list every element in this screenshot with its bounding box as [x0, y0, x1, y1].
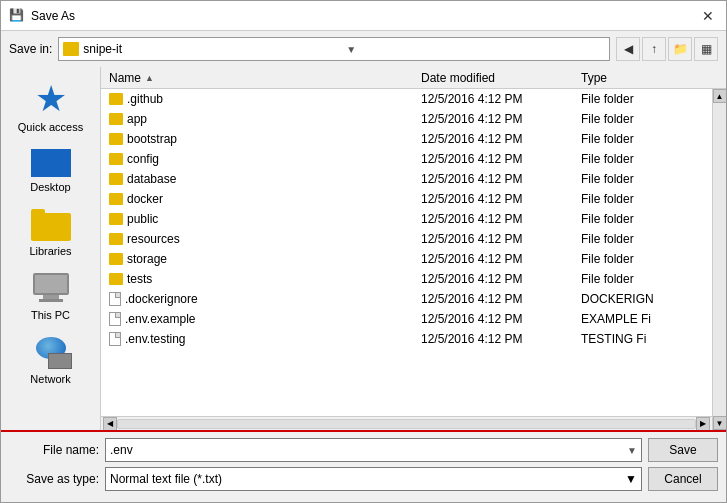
file-date-cell: 12/5/2016 4:12 PM [421, 172, 581, 186]
file-type-cell: TESTING Fi [581, 332, 712, 346]
sidebar-item-label: Desktop [30, 181, 70, 193]
table-row[interactable]: .env.example12/5/2016 4:12 PMEXAMPLE Fi [101, 309, 712, 329]
vscroll-track[interactable] [713, 103, 727, 416]
folder-icon [109, 133, 123, 145]
sidebar-item-network[interactable]: Network [6, 331, 96, 391]
star-icon: ★ [35, 81, 67, 117]
file-type-cell: File folder [581, 92, 712, 106]
sidebar-item-quick-access[interactable]: ★ Quick access [6, 75, 96, 139]
back-button[interactable]: ◀ [616, 37, 640, 61]
view-button[interactable]: ▦ [694, 37, 718, 61]
scroll-down-button[interactable]: ▼ [713, 416, 727, 430]
file-panel: Name ▲ Date modified Type .github12/5/20… [101, 67, 726, 430]
dialog-icon: 💾 [9, 8, 25, 24]
folder-icon [109, 193, 123, 205]
table-row[interactable]: database12/5/2016 4:12 PMFile folder [101, 169, 712, 189]
save-type-value: Normal text file (*.txt) [110, 472, 222, 486]
scroll-up-button[interactable]: ▲ [713, 89, 727, 103]
save-button[interactable]: Save [648, 438, 718, 462]
col-header-date[interactable]: Date modified [421, 71, 581, 85]
bottom-area: File name: .env ▼ Save Save as type: Nor… [1, 430, 726, 502]
file-icon [109, 332, 121, 346]
file-date-cell: 12/5/2016 4:12 PM [421, 232, 581, 246]
table-row[interactable]: docker12/5/2016 4:12 PMFile folder [101, 189, 712, 209]
file-name-cell: docker [101, 192, 421, 206]
horizontal-scrollbar[interactable]: ◀ ▶ [101, 416, 712, 430]
save-type-dropdown[interactable]: Normal text file (*.txt) ▼ [105, 467, 642, 491]
file-name-text: bootstrap [127, 132, 177, 146]
network-icon [30, 337, 72, 369]
file-type-cell: File folder [581, 232, 712, 246]
sidebar-item-label: Libraries [29, 245, 71, 257]
col-header-type[interactable]: Type [581, 71, 726, 85]
save-in-dropdown[interactable]: snipe-it ▼ [58, 37, 610, 61]
sidebar-item-libraries[interactable]: Libraries [6, 203, 96, 263]
cancel-button[interactable]: Cancel [648, 467, 718, 491]
file-name-cell: resources [101, 232, 421, 246]
back-icon: ◀ [624, 42, 633, 56]
sidebar: ★ Quick access Desktop Libraries [1, 67, 101, 430]
input-dropdown-arrow: ▼ [627, 445, 637, 456]
file-name-cell: database [101, 172, 421, 186]
col-header-name[interactable]: Name ▲ [101, 71, 421, 85]
table-row[interactable]: .dockerignore12/5/2016 4:12 PMDOCKERIGN [101, 289, 712, 309]
hscroll-track[interactable] [117, 419, 696, 429]
file-content: .github12/5/2016 4:12 PMFile folderapp12… [101, 89, 712, 430]
scroll-right-button[interactable]: ▶ [696, 417, 710, 431]
file-name-text: .dockerignore [125, 292, 198, 306]
table-row[interactable]: config12/5/2016 4:12 PMFile folder [101, 149, 712, 169]
file-date-cell: 12/5/2016 4:12 PM [421, 252, 581, 266]
folder-icon [109, 173, 123, 185]
table-row[interactable]: .github12/5/2016 4:12 PMFile folder [101, 89, 712, 109]
file-list[interactable]: .github12/5/2016 4:12 PMFile folderapp12… [101, 89, 712, 416]
file-type-cell: File folder [581, 212, 712, 226]
new-folder-icon: 📁 [673, 42, 688, 56]
up-button[interactable]: ↑ [642, 37, 666, 61]
toolbar: Save in: snipe-it ▼ ◀ ↑ 📁 ▦ [1, 31, 726, 67]
sort-arrow: ▲ [145, 73, 154, 83]
sidebar-item-this-pc[interactable]: This PC [6, 267, 96, 327]
folder-icon-small [63, 42, 79, 56]
file-name-input[interactable]: .env ▼ [105, 438, 642, 462]
file-name-cell: app [101, 112, 421, 126]
file-name-cell: .env.testing [101, 332, 421, 346]
file-type-cell: EXAMPLE Fi [581, 312, 712, 326]
file-type-cell: File folder [581, 152, 712, 166]
save-type-row: Save as type: Normal text file (*.txt) ▼… [9, 467, 718, 491]
save-in-label: Save in: [9, 42, 52, 56]
file-date-cell: 12/5/2016 4:12 PM [421, 212, 581, 226]
file-date-cell: 12/5/2016 4:12 PM [421, 332, 581, 346]
file-name-cell: .env.example [101, 312, 421, 326]
file-date-cell: 12/5/2016 4:12 PM [421, 132, 581, 146]
file-type-cell: File folder [581, 112, 712, 126]
file-date-cell: 12/5/2016 4:12 PM [421, 192, 581, 206]
table-row[interactable]: tests12/5/2016 4:12 PMFile folder [101, 269, 712, 289]
table-row[interactable]: bootstrap12/5/2016 4:12 PMFile folder [101, 129, 712, 149]
file-type-cell: File folder [581, 252, 712, 266]
file-name-text: resources [127, 232, 180, 246]
table-row[interactable]: storage12/5/2016 4:12 PMFile folder [101, 249, 712, 269]
sidebar-item-label: Quick access [18, 121, 83, 133]
close-button[interactable]: ✕ [698, 6, 718, 26]
file-name-text: storage [127, 252, 167, 266]
dialog-title: Save As [31, 9, 75, 23]
desktop-icon [31, 149, 71, 177]
table-row[interactable]: resources12/5/2016 4:12 PMFile folder [101, 229, 712, 249]
file-name-text: tests [127, 272, 152, 286]
file-name-text: docker [127, 192, 163, 206]
file-name-cell: .github [101, 92, 421, 106]
scroll-left-button[interactable]: ◀ [103, 417, 117, 431]
file-name-cell: .dockerignore [101, 292, 421, 306]
file-list-header: Name ▲ Date modified Type [101, 67, 726, 89]
sidebar-item-desktop[interactable]: Desktop [6, 143, 96, 199]
table-row[interactable]: .env.testing12/5/2016 4:12 PMTESTING Fi [101, 329, 712, 349]
save-in-value: snipe-it [83, 42, 342, 56]
title-bar: 💾 Save As ✕ [1, 1, 726, 31]
vertical-scrollbar[interactable]: ▲ ▼ [712, 89, 726, 430]
table-row[interactable]: app12/5/2016 4:12 PMFile folder [101, 109, 712, 129]
file-name-row: File name: .env ▼ Save [9, 438, 718, 462]
new-folder-button[interactable]: 📁 [668, 37, 692, 61]
table-row[interactable]: public12/5/2016 4:12 PMFile folder [101, 209, 712, 229]
type-dropdown-arrow: ▼ [625, 472, 637, 486]
title-bar-left: 💾 Save As [9, 8, 75, 24]
